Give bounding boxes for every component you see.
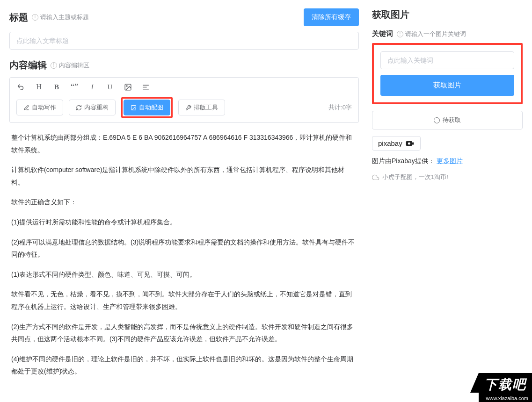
credit-line: 图片由Pixabay提供： 更多图片 bbox=[372, 157, 523, 165]
pixabay-text: pixabay bbox=[378, 139, 402, 147]
info-icon: ! bbox=[397, 31, 403, 37]
paragraph: (2)生产方式不同的软件是开发，是人类智能的高发挥，而不是传统意义上的硬件制造。… bbox=[11, 321, 357, 345]
svg-point-7 bbox=[408, 142, 410, 144]
keyword-highlight-box: 获取图片 bbox=[372, 43, 523, 104]
keyword-label: 关键词 bbox=[372, 29, 393, 38]
circle-icon bbox=[434, 117, 440, 123]
paragraph: 整个计算机系统由两部分组成：E.69DA 5 E 6 BA 9062616964… bbox=[11, 131, 357, 156]
layout-tool-button[interactable]: 排版工具 bbox=[178, 100, 225, 115]
align-icon[interactable] bbox=[141, 82, 150, 92]
underline-icon[interactable]: U bbox=[105, 82, 115, 92]
sidebar-title: 获取图片 bbox=[372, 8, 523, 21]
paragraph: 计算机软件(computer software)是指计算机系统中除硬件以外的所有… bbox=[11, 164, 357, 188]
title-hint: 请输入主题或标题 bbox=[40, 13, 89, 22]
italic-icon[interactable]: I bbox=[87, 82, 97, 92]
content-label: 内容编辑 bbox=[9, 59, 47, 72]
restructure-button[interactable]: 内容重构 bbox=[69, 100, 116, 115]
editor-body[interactable]: 整个计算机系统由两部分组成：E.69DA 5 E 6 BA 9062616964… bbox=[9, 123, 359, 394]
pixabay-badge: pixabay bbox=[372, 136, 421, 151]
bold-icon[interactable]: B bbox=[52, 82, 61, 92]
more-images-link[interactable]: 更多图片 bbox=[437, 157, 463, 165]
heading-icon[interactable]: H bbox=[34, 82, 44, 92]
keyword-label-row: 关键词 ! 请输入一个图片关键词 bbox=[372, 29, 523, 38]
wait-fetch-button[interactable]: 待获取 bbox=[372, 111, 523, 129]
content-hint: 内容编辑区 bbox=[59, 61, 89, 70]
paragraph: (4)维护不同的硬件是旧的，理论上软件是旧的，并不坏，但实际上软件也是旧的和坏的… bbox=[11, 353, 357, 378]
image-icon[interactable] bbox=[123, 82, 132, 92]
content-section-header: 内容编辑 ! 内容编辑区 bbox=[9, 59, 359, 72]
paragraph: 软件看不见，无色，枯燥，看不见，摸不到，闻不到。软件大部分存在于人们的头脑或纸上… bbox=[11, 288, 357, 313]
fetch-image-button[interactable]: 获取图片 bbox=[380, 75, 514, 96]
auto-write-button[interactable]: 自动写作 bbox=[16, 100, 63, 115]
paragraph: (1)表达形式不同的硬件类型、颜色、味道、可见、可摸、可闻。 bbox=[11, 268, 357, 281]
clear-cache-button[interactable]: 清除所有缓存 bbox=[304, 8, 359, 26]
title-section-header: 标题 ! 请输入主题或标题 bbox=[9, 11, 89, 24]
keyword-hint: 请输入一个图片关键词 bbox=[405, 30, 466, 38]
paragraph: 软件的正确含义如下： bbox=[11, 196, 357, 208]
paragraph: (2)程序可以满意地处理信息的数据结构。(3)说明程序功能要求和程序需要的文档的… bbox=[11, 236, 357, 261]
svg-rect-8 bbox=[412, 142, 414, 144]
word-count: 共计:0字 bbox=[328, 103, 352, 112]
article-title-input[interactable] bbox=[9, 32, 359, 50]
title-label: 标题 bbox=[9, 11, 28, 24]
paragraph: (1)提供运行时所需功能和性能的命令或计算机程序集合。 bbox=[11, 216, 357, 229]
keyword-input[interactable] bbox=[380, 51, 514, 69]
info-icon: ! bbox=[32, 14, 38, 21]
auto-image-button[interactable]: 自动配图 bbox=[124, 100, 170, 115]
footer-note: 小虎子配图，一次1淘币! bbox=[372, 173, 523, 181]
info-icon: ! bbox=[51, 62, 57, 69]
camera-icon bbox=[405, 140, 415, 147]
undo-icon[interactable] bbox=[16, 82, 26, 92]
svg-point-1 bbox=[126, 85, 127, 86]
editor-toolbar: H B “” I U 自动写作 内容重构 bbox=[9, 77, 359, 123]
cloud-icon bbox=[372, 174, 379, 180]
quote-icon[interactable]: “” bbox=[70, 82, 79, 92]
